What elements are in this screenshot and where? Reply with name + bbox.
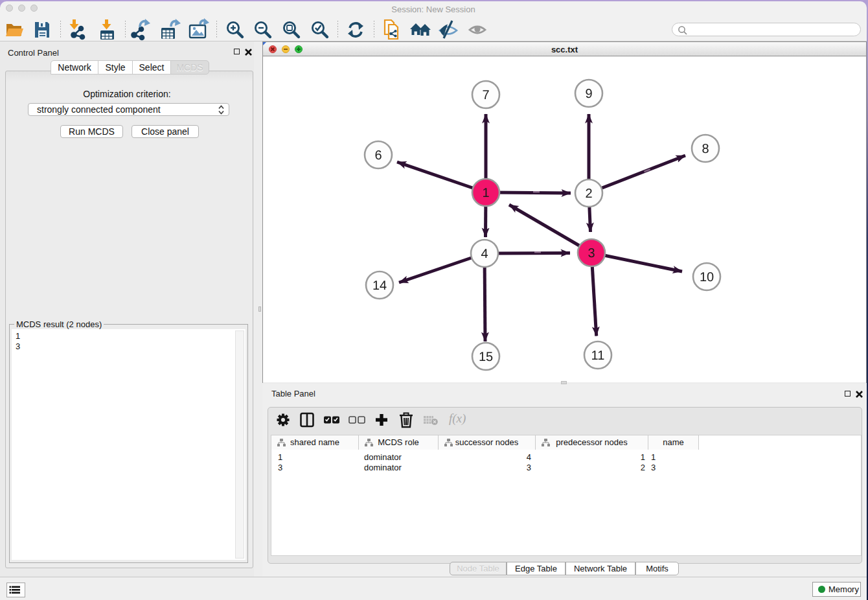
svg-text:15: 15 — [479, 350, 493, 364]
svg-text:10: 10 — [700, 270, 714, 284]
svg-text:6: 6 — [374, 148, 382, 163]
svg-text:4: 4 — [481, 247, 488, 261]
svg-text:7: 7 — [482, 88, 489, 102]
svg-text:14: 14 — [372, 279, 387, 293]
svg-text:3: 3 — [588, 246, 595, 260]
svg-text:11: 11 — [591, 349, 605, 363]
svg-text:1: 1 — [482, 186, 489, 200]
svg-text:8: 8 — [702, 142, 709, 156]
svg-text:2: 2 — [585, 187, 592, 201]
svg-text:9: 9 — [585, 87, 592, 101]
